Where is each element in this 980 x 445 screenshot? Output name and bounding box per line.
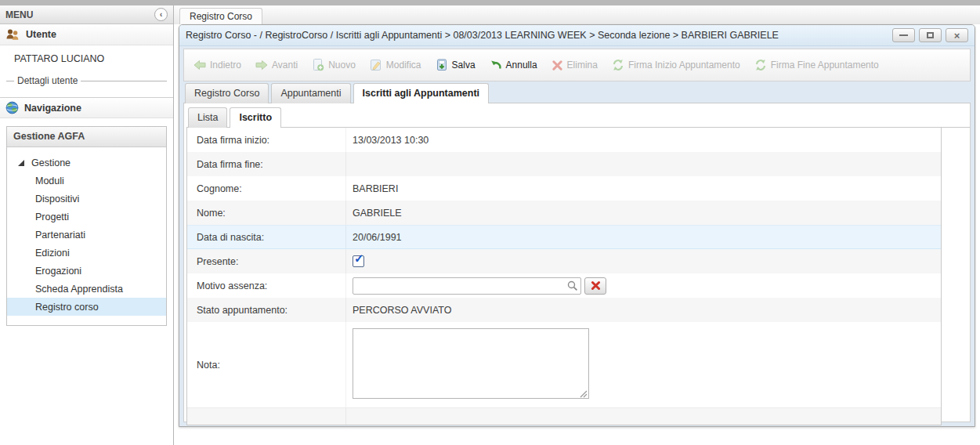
tree-expander-icon[interactable]	[18, 160, 24, 166]
tabstrip-level2: Lista Iscritto	[186, 107, 970, 128]
menu-title: MENU	[5, 9, 33, 20]
globe-icon	[5, 101, 19, 114]
indietro-button[interactable]: Indietro	[193, 59, 241, 71]
outer-tab-registro-corso[interactable]: Registro Corso	[179, 8, 262, 24]
page-add-icon	[312, 59, 324, 71]
field-label: Motivo assenza:	[187, 280, 345, 291]
field-label: Presente:	[187, 256, 345, 267]
annulla-button[interactable]: Annulla	[490, 59, 537, 71]
field-label: Data firma inizio:	[187, 135, 345, 146]
tab-content: Lista Iscritto Data firma inizio: 13/03/…	[183, 103, 971, 422]
sidebar: MENU ‹ Utente PATTARO LUCIANO Dettagli u…	[0, 5, 174, 445]
window-controls: ×	[892, 28, 968, 42]
nuovo-button[interactable]: Nuovo	[312, 59, 356, 71]
form-row-nota: Nota:	[187, 322, 941, 407]
sign-sync-icon	[612, 59, 624, 71]
sidebar-menu-header: MENU ‹	[0, 5, 173, 24]
button-label: Modifica	[386, 60, 421, 71]
presente-checkbox[interactable]: ✓	[353, 255, 364, 267]
nota-textarea[interactable]	[353, 328, 589, 399]
outer-tabbar: Registro Corso	[174, 5, 980, 24]
button-label: Indietro	[210, 60, 241, 71]
tree-node-registro-corso[interactable]: Registro corso	[7, 298, 166, 316]
tab-iscritti-agli-appuntamenti[interactable]: Iscritti agli Appuntamenti	[353, 83, 490, 103]
button-label: Firma Inizio Appuntamento	[628, 60, 740, 71]
tab-registro-corso[interactable]: Registro Corso	[185, 83, 269, 103]
form-row-data-di-nascita: Data di nascita: 20/06/1991	[187, 225, 941, 249]
subtab-iscritto[interactable]: Iscritto	[230, 107, 281, 128]
search-icon[interactable]	[566, 280, 579, 292]
modifica-button[interactable]: Modifica	[370, 59, 421, 71]
tree-node-edizioni[interactable]: Edizioni	[7, 244, 166, 262]
tab-appuntamenti[interactable]: Appuntamenti	[271, 83, 350, 103]
user-details-legend-label: Dettagli utente	[17, 75, 78, 86]
button-label: Annulla	[506, 60, 537, 71]
elimina-button[interactable]: Elimina	[551, 60, 598, 71]
field-value: 20/06/1991	[345, 226, 941, 248]
tree-node-erogazioni[interactable]: Erogazioni	[7, 262, 166, 280]
firma-inizio-appuntamento-button[interactable]: Firma Inizio Appuntamento	[612, 59, 740, 71]
tree-panel-gestione-agfa: Gestione AGFA Gestione Moduli Dispositiv…	[6, 126, 167, 326]
sign-sync-icon	[754, 59, 767, 71]
form-row-data-firma-fine: Data firma fine:	[187, 152, 941, 176]
tree-node-label: Gestione	[31, 157, 71, 168]
button-label: Avanti	[272, 60, 298, 71]
minimize-button[interactable]	[892, 28, 915, 42]
field-label: Nome:	[187, 208, 345, 219]
delete-icon	[551, 60, 563, 71]
save-icon	[436, 59, 448, 71]
tree-node-partenariati[interactable]: Partenariati	[7, 226, 166, 244]
maximize-button[interactable]	[919, 28, 942, 42]
arrow-right-icon	[255, 59, 268, 71]
red-x-icon	[591, 280, 601, 291]
field-value: PERCORSO AVVIATO	[345, 298, 941, 322]
salva-button[interactable]: Salva	[436, 59, 476, 71]
field-value: GABRIELE	[345, 201, 941, 225]
arrow-left-icon	[193, 59, 206, 71]
form-row-cognome: Cognome: BARBIERI	[187, 176, 941, 201]
section-header-navigazione[interactable]: Navigazione	[0, 97, 173, 118]
user-name: PATTARO LUCIANO	[6, 53, 167, 64]
section-label-utente: Utente	[26, 29, 56, 40]
motivo-assenza-input[interactable]	[353, 277, 581, 295]
tree-node-label: Scheda Apprendista	[35, 284, 123, 295]
tree-node-progetti[interactable]: Progetti	[7, 208, 166, 226]
tree-node-label: Erogazioni	[35, 266, 81, 277]
tree-node-label: Edizioni	[35, 248, 70, 259]
clear-motivo-assenza-button[interactable]	[584, 277, 606, 295]
button-label: Firma Fine Appuntamento	[771, 60, 879, 71]
form-row-data-firma-inizio: Data firma inizio: 13/03/2013 10:30	[187, 128, 941, 152]
undo-icon	[490, 59, 502, 71]
collapse-sidebar-icon[interactable]: ‹	[154, 8, 168, 21]
toolbar: Indietro Avanti Nuovo	[183, 49, 971, 81]
button-label: Salva	[452, 60, 476, 71]
tabstrip-level1: Registro Corso Appuntamenti Iscritti agl…	[183, 83, 971, 103]
field-label: Data firma fine:	[187, 159, 345, 170]
tree-node-moduli[interactable]: Moduli	[7, 172, 166, 190]
tree-node-dispositivi[interactable]: Dispositivi	[7, 190, 166, 208]
minimize-icon	[899, 34, 908, 36]
tree-node-scheda-apprendista[interactable]: Scheda Apprendista	[7, 280, 166, 298]
subtab-lista[interactable]: Lista	[188, 107, 227, 128]
form-row-stato-appuntamento: Stato appuntamento: PERCORSO AVVIATO	[187, 298, 941, 322]
resize-grip-icon[interactable]	[579, 389, 588, 398]
firma-fine-appuntamento-button[interactable]: Firma Fine Appuntamento	[754, 59, 879, 71]
tree-node-label: Moduli	[35, 175, 64, 186]
tree-node-label: Progetti	[35, 212, 69, 222]
navigation-tree: Gestione Moduli Dispositivi Progetti Par…	[7, 147, 166, 325]
window-title: Registro Corso - / RegistroCorso / Iscri…	[186, 30, 884, 41]
section-header-utente[interactable]: Utente	[0, 24, 173, 45]
tree-node-gestione[interactable]: Gestione	[7, 154, 166, 172]
form-row-presente: Presente: ✓	[187, 249, 941, 273]
user-details-body: PATTARO LUCIANO Dettagli utente	[0, 45, 173, 97]
users-icon	[5, 28, 20, 41]
maximize-icon	[927, 32, 934, 38]
close-icon: ×	[954, 31, 960, 41]
tree-node-label: Dispositivi	[35, 194, 79, 204]
checkmark-icon: ✓	[354, 251, 364, 266]
user-details-legend: Dettagli utente	[6, 75, 167, 86]
close-button[interactable]: ×	[946, 28, 968, 42]
avanti-button[interactable]: Avanti	[255, 59, 298, 71]
field-value: BARBIERI	[345, 176, 941, 201]
registro-corso-window: Registro Corso - / RegistroCorso / Iscri…	[179, 24, 975, 427]
